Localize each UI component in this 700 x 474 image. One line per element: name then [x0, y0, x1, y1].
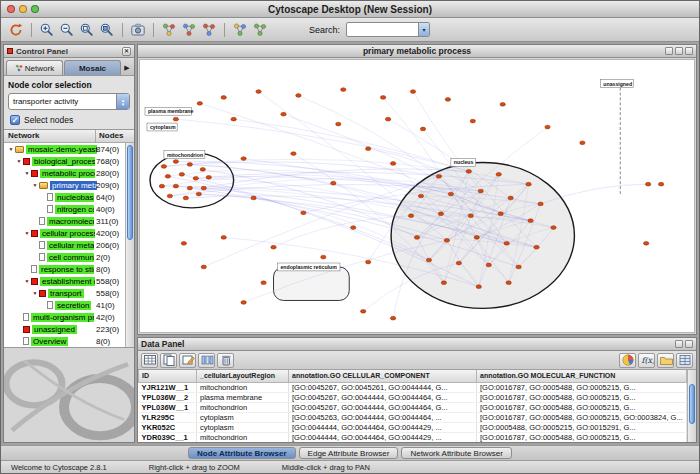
graph-node[interactable] — [658, 182, 663, 186]
graph-node[interactable] — [196, 192, 201, 196]
window-titlebar[interactable]: Cytoscape Desktop (New Session) — [1, 1, 699, 18]
grid-button[interactable] — [141, 353, 158, 368]
graph-node[interactable] — [456, 261, 461, 265]
graph-node[interactable] — [486, 263, 491, 267]
graph-node[interactable] — [351, 226, 356, 230]
zoom-fit-button[interactable] — [78, 21, 96, 39]
pie-chart-button[interactable] — [619, 353, 636, 368]
graph-node[interactable] — [551, 226, 556, 230]
column-header-0[interactable]: ID — [139, 370, 197, 382]
close-panel-button[interactable]: ✕ — [122, 47, 131, 56]
search-dropdown-arrow-icon[interactable]: ▾ — [418, 23, 429, 36]
tree-column-nodes[interactable]: Nodes — [96, 130, 134, 142]
tree-item-cellular-metabo[interactable]: cellular metabo206(0) — [4, 239, 125, 251]
network-tool-4-button[interactable] — [231, 21, 249, 39]
graph-node[interactable] — [476, 285, 481, 289]
graph-node[interactable] — [187, 186, 192, 190]
expander-icon[interactable]: ▼ — [7, 146, 15, 152]
tab-network[interactable]: Network — [6, 60, 63, 75]
graph-node[interactable] — [390, 162, 395, 166]
graph-node[interactable] — [478, 189, 483, 193]
graph-node[interactable] — [516, 265, 521, 269]
table-scrollbar[interactable] — [687, 370, 696, 442]
graph-node[interactable] — [201, 265, 206, 269]
tab-network-attribute-browser[interactable]: Network Attribute Browser — [401, 447, 511, 459]
graph-node[interactable] — [508, 196, 513, 200]
expander-icon[interactable]: ▼ — [15, 158, 23, 164]
graph-node[interactable] — [261, 281, 266, 285]
graph-node[interactable] — [206, 175, 211, 179]
graph-node[interactable] — [538, 202, 543, 206]
graph-node[interactable] — [193, 176, 198, 180]
graph-node[interactable] — [336, 122, 341, 126]
table-row[interactable]: YLR295Ccytoplasm[GO:0045263, GO:0044444,… — [139, 412, 687, 422]
tree-item-nucleobase[interactable]: nucleobase64(0) — [4, 191, 125, 203]
frame-close-button[interactable] — [685, 47, 693, 55]
graph-node[interactable] — [468, 214, 473, 218]
graph-node[interactable] — [159, 184, 164, 188]
graph-node[interactable] — [291, 152, 296, 156]
table-row[interactable]: YKR052Ccytoplasm[GO:0044444, GO:0044464,… — [139, 422, 687, 432]
zoom-window-button[interactable] — [31, 5, 39, 13]
graph-node[interactable] — [474, 236, 479, 240]
graph-node[interactable] — [414, 236, 419, 240]
graph-node[interactable] — [504, 241, 509, 245]
tree-item-primary-metab[interactable]: ▼primary metab209(0) — [4, 179, 125, 191]
graph-node[interactable] — [528, 219, 533, 223]
frame-minimize-button[interactable] — [665, 47, 673, 55]
graph-node[interactable] — [251, 196, 256, 200]
tree-item-mosaic-demo-yeast[interactable]: ▼mosaic-demo-yeast874(0) — [4, 143, 125, 155]
network-tool-3-button[interactable] — [200, 21, 218, 39]
table-scrollbar-thumb[interactable] — [689, 384, 695, 424]
graph-node[interactable] — [466, 169, 471, 173]
graph-node[interactable] — [545, 125, 550, 129]
tree-item-biological-process[interactable]: ▼biological_process768(0) — [4, 155, 125, 167]
graph-node[interactable] — [418, 194, 423, 198]
graph-node[interactable] — [221, 236, 226, 240]
columns-button[interactable] — [198, 353, 215, 368]
graph-node[interactable] — [498, 212, 503, 216]
select-nodes-checkbox[interactable]: ✓ — [10, 115, 20, 125]
graph-node[interactable] — [256, 90, 261, 94]
graph-node[interactable] — [441, 281, 446, 285]
graph-node[interactable] — [580, 141, 585, 145]
graph-node[interactable] — [321, 255, 326, 259]
graph-node[interactable] — [426, 258, 431, 262]
frame-maximize-button[interactable] — [675, 47, 683, 55]
network-tool-5-button[interactable] — [251, 21, 269, 39]
graph-node[interactable] — [165, 174, 170, 178]
network-tool-1-button[interactable] — [160, 21, 178, 39]
birdseye-overview[interactable] — [4, 347, 134, 442]
expander-icon[interactable]: ▼ — [23, 170, 31, 176]
zoom-out-button[interactable] — [58, 21, 76, 39]
tree-item-nitrogen-compo[interactable]: nitrogen compo40(0) — [4, 203, 125, 215]
column-header-1[interactable]: _cellularLayoutRegion — [197, 370, 289, 382]
tree-item-macromolecule[interactable]: macromolecule311(0) — [4, 215, 125, 227]
expander-icon[interactable]: ▼ — [31, 290, 39, 296]
tree-scrollbar[interactable] — [125, 143, 134, 347]
graph-node[interactable] — [173, 160, 178, 164]
graph-node[interactable] — [221, 96, 226, 100]
tree-item-response-to-stimul[interactable]: response to stimul8(0) — [4, 263, 125, 275]
graph-node[interactable] — [201, 186, 206, 190]
graph-node[interactable] — [420, 127, 425, 131]
tree-item-metabolic-proces[interactable]: ▼metabolic proces280(0) — [4, 167, 125, 179]
graph-node[interactable] — [365, 147, 370, 151]
tree-item-overview[interactable]: Overview8(0) — [4, 335, 125, 347]
graph-node[interactable] — [231, 117, 236, 121]
graph-node[interactable] — [301, 211, 306, 215]
tree-item-establishment-of-l[interactable]: ▼establishment of l558(0) — [4, 275, 125, 287]
graph-node[interactable] — [181, 241, 186, 245]
search-combobox[interactable]: ▾ — [346, 22, 430, 37]
graph-node[interactable] — [408, 214, 413, 218]
data-panel-float-button[interactable] — [675, 340, 683, 348]
graph-node[interactable] — [410, 90, 415, 94]
graph-node[interactable] — [173, 184, 178, 188]
graph-node[interactable] — [197, 101, 202, 105]
network-frame-titlebar[interactable]: primary metabolic process — [138, 45, 696, 58]
matrix-button[interactable] — [676, 353, 693, 368]
graph-node[interactable] — [448, 192, 453, 196]
tab-node-attribute-browser[interactable]: Node Attribute Browser — [188, 447, 296, 459]
graph-node[interactable] — [390, 316, 395, 320]
minimize-window-button[interactable] — [19, 5, 27, 13]
